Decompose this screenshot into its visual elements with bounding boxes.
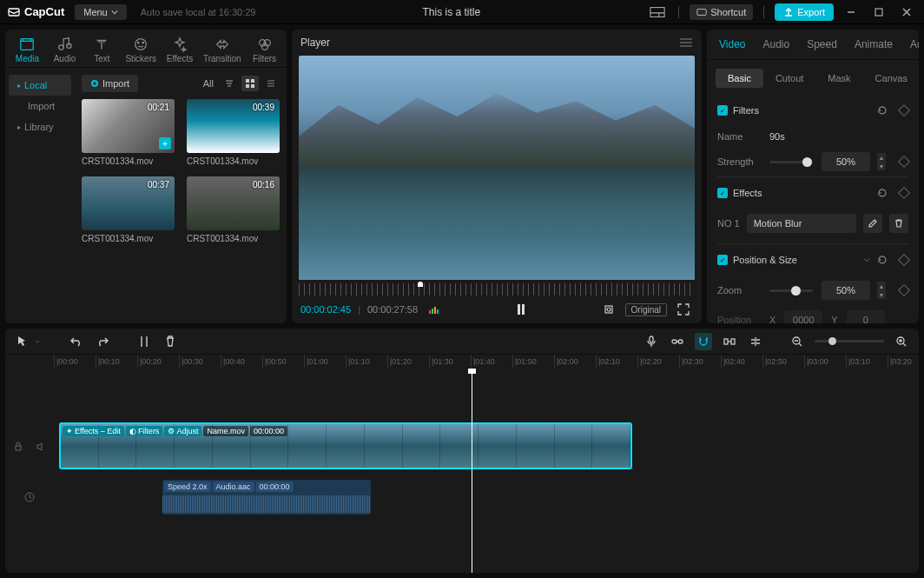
sidebar-item-local[interactable]: ▸Local (9, 75, 71, 96)
media-tab-transition[interactable]: Transition (200, 35, 245, 65)
pos-y-input[interactable] (847, 310, 885, 323)
timeline-tracks[interactable]: ✦ Effects – Edit ◐ Filters ⚙ Adjust Name… (5, 369, 919, 573)
inspector-tab-video[interactable]: Video (710, 30, 754, 59)
ruler-tick: |01:20 (387, 355, 412, 369)
strength-down[interactable]: ▼ (877, 162, 886, 170)
voiceover-button[interactable] (643, 333, 660, 350)
sub-tab-mask[interactable]: Mask (815, 69, 862, 88)
minimize-button[interactable] (841, 3, 861, 21)
keyframe-filters-button[interactable] (894, 103, 908, 117)
player-scrubber[interactable] (299, 283, 695, 296)
crop-button[interactable] (599, 301, 618, 318)
link-button[interactable] (669, 333, 686, 350)
media-item[interactable]: 00:16CRST001334.mov (187, 176, 280, 243)
timeline-zoom-slider[interactable] (815, 340, 884, 342)
position-checkbox[interactable]: ✓ (717, 255, 728, 265)
add-to-timeline-button[interactable]: + (159, 137, 171, 149)
zoom-down[interactable]: ▼ (877, 290, 886, 299)
video-track-mute[interactable] (32, 438, 50, 455)
video-track-lock[interactable] (10, 438, 27, 455)
effects-section-head[interactable]: ✓ Effects (717, 176, 908, 209)
strength-input[interactable] (822, 152, 870, 171)
menu-button[interactable]: Menu (75, 4, 127, 20)
inspector-tab-speed[interactable]: Speed (798, 30, 846, 59)
zoom-slider[interactable] (769, 289, 813, 292)
pos-x-input[interactable] (784, 310, 822, 323)
play-pause-button[interactable] (512, 301, 531, 318)
shortcut-button[interactable]: Shortcut (690, 4, 753, 20)
playhead[interactable] (472, 369, 472, 573)
zoom-up[interactable]: ▲ (877, 282, 886, 290)
sidebar-item-import[interactable]: Import (9, 96, 71, 116)
layout-button[interactable] (647, 3, 668, 21)
inspector-tab-audio[interactable]: Audio (754, 30, 798, 59)
selection-tool-button[interactable] (14, 333, 31, 350)
filters-section-head[interactable]: ✓ Filters (717, 95, 908, 126)
sort-button[interactable] (221, 76, 238, 91)
media-item[interactable]: 00:37CRST001334.mov (82, 176, 175, 243)
ripple-button[interactable] (721, 333, 738, 350)
preview-marker-button[interactable] (747, 333, 764, 350)
strength-keyframe[interactable] (898, 156, 910, 168)
media-item[interactable]: 00:21+CRST001334.mov (82, 99, 175, 166)
delete-effect-button[interactable] (889, 214, 908, 233)
media-tab-effects[interactable]: Effects (162, 35, 197, 65)
player-title: Player (300, 37, 330, 49)
svg-rect-29 (724, 339, 728, 344)
svg-rect-30 (731, 339, 735, 344)
filter-all-label[interactable]: All (203, 78, 214, 89)
trash-icon (894, 218, 904, 229)
list-view-button[interactable] (262, 76, 280, 91)
reset-effects-button[interactable] (875, 186, 889, 200)
effects-checkbox[interactable]: ✓ (717, 188, 728, 198)
maximize-button[interactable] (868, 3, 889, 21)
video-clip[interactable]: ✦ Effects – Edit ◐ Filters ⚙ Adjust Name… (59, 422, 632, 469)
redo-button[interactable] (94, 333, 111, 350)
reset-position-button[interactable] (875, 253, 889, 267)
undo-button[interactable] (68, 333, 85, 350)
zoom-out-button[interactable] (789, 333, 806, 350)
zoom-input[interactable] (822, 281, 870, 300)
zoom-keyframe[interactable] (898, 284, 910, 296)
filters-checkbox[interactable]: ✓ (717, 105, 728, 116)
close-button[interactable] (896, 3, 917, 21)
aspect-ratio-button[interactable]: Original (625, 303, 667, 316)
inspector-tab-adjust[interactable]: Adjust (901, 30, 919, 59)
media-tab-text[interactable]: Text (84, 35, 119, 65)
grid-view-button[interactable] (241, 76, 259, 91)
media-tab-media[interactable]: Media (10, 35, 44, 65)
timeline-ruler[interactable]: |00:00|00:10|00:20|00:30|00:40|00:50|01:… (5, 355, 919, 369)
fullscreen-button[interactable] (674, 301, 693, 318)
sub-tab-cutout[interactable]: Cutout (763, 69, 815, 88)
ruler-tick: |00:10 (96, 355, 120, 369)
snap-button[interactable] (695, 333, 712, 350)
zoom-in-button[interactable] (893, 333, 910, 350)
reset-filters-button[interactable] (875, 103, 889, 117)
audio-track-clock[interactable] (21, 488, 38, 506)
media-tab-filters[interactable]: Filters (248, 35, 282, 65)
undo-icon (70, 336, 82, 347)
svg-rect-18 (429, 310, 431, 314)
strength-slider[interactable] (769, 161, 813, 163)
strength-up[interactable]: ▲ (877, 153, 886, 162)
import-button[interactable]: Import (82, 75, 138, 92)
edit-effect-button[interactable] (863, 214, 882, 233)
sub-tab-basic[interactable]: Basic (716, 69, 763, 88)
media-tab-stickers[interactable]: Stickers (122, 35, 160, 65)
color-scopes-button[interactable] (425, 301, 444, 318)
audio-clip[interactable]: Speed 2.0x Audio.aac 00:00:00 (162, 480, 371, 515)
delete-button[interactable] (162, 333, 179, 350)
player-menu-button[interactable] (679, 37, 693, 48)
inspector-tab-animate[interactable]: Animate (846, 30, 901, 59)
project-title[interactable]: This is a title (255, 6, 647, 18)
keyframe-position-button[interactable] (894, 253, 908, 267)
keyframe-effects-button[interactable] (894, 186, 908, 200)
media-item[interactable]: 00:39CRST001334.mov (187, 99, 280, 166)
sub-tab-canvas[interactable]: Canvas (863, 69, 919, 88)
sidebar-item-library[interactable]: ▸Library (9, 116, 71, 137)
split-button[interactable] (135, 333, 153, 350)
position-section-head[interactable]: ✓ Position & Size (717, 243, 908, 276)
media-tab-audio[interactable]: Audio (47, 35, 82, 65)
export-button[interactable]: Export (775, 3, 834, 21)
player-viewport[interactable] (299, 56, 695, 280)
